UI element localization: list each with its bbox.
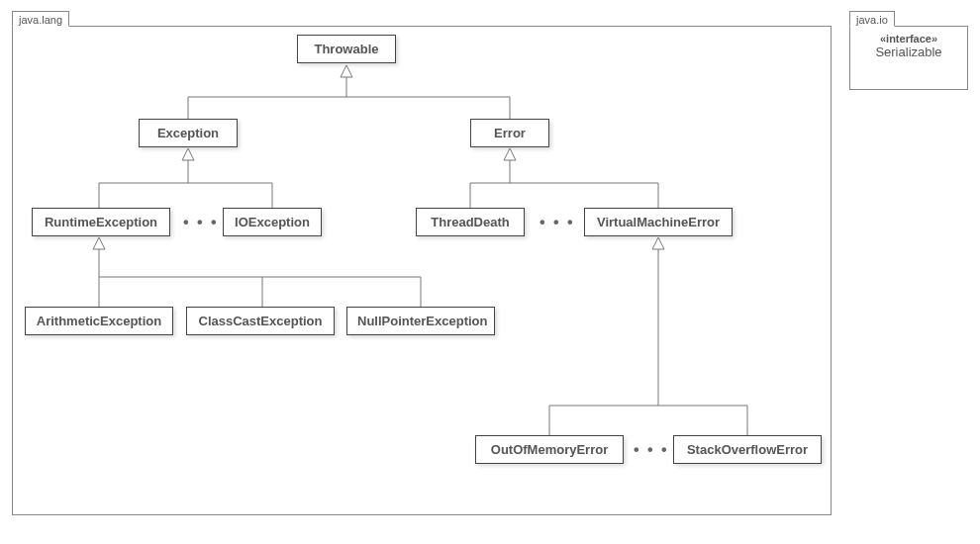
class-classcastexception: ClassCastException [186,307,335,335]
class-throwable: Throwable [297,35,396,63]
class-stackoverflowerror: StackOverflowError [673,435,822,464]
class-error: Error [470,119,549,147]
class-nullpointerexception: NullPointerException [346,307,495,335]
class-threaddeath: ThreadDeath [416,208,525,236]
package-label: java.lang [19,14,62,26]
package-java-io: java.io «interface» Serializable [849,26,968,90]
class-virtualmachineerror: VirtualMachineError [584,208,733,236]
package-label: java.io [856,14,888,26]
ellipsis-icon: • • • [634,441,669,459]
ellipsis-icon: • • • [183,214,219,231]
package-tab-java-lang: java.lang [12,11,69,27]
interface-stereotype: «interface» [856,33,961,45]
class-exception: Exception [139,119,238,147]
class-outofmemoryerror: OutOfMemoryError [475,435,624,464]
interface-serializable: Serializable [856,45,961,59]
class-runtimeexception: RuntimeException [32,208,170,236]
ellipsis-icon: • • • [539,214,575,231]
class-arithmeticexception: ArithmeticException [25,307,173,335]
class-ioexception: IOException [223,208,322,236]
package-tab-java-io: java.io [849,11,895,27]
